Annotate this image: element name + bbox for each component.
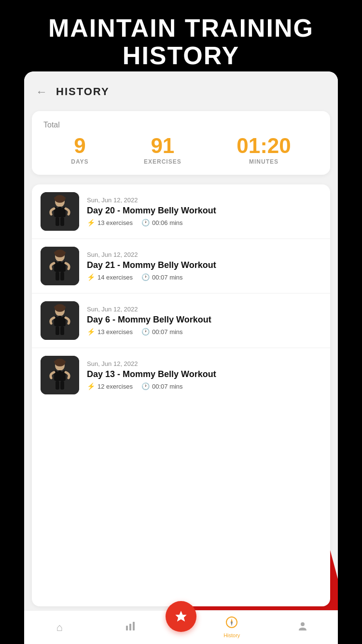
duration: 00:06 mins — [152, 219, 183, 226]
svg-rect-31 — [60, 381, 64, 390]
exercises-value: 91 — [144, 135, 181, 156]
svg-rect-33 — [129, 624, 131, 630]
svg-rect-11 — [54, 261, 66, 272]
stats-row: 9 DAYS 91 EXERCISES 01:20 MINUTES — [43, 135, 319, 165]
banner-line2: HISTORY — [123, 42, 239, 70]
workout-date: Sun, Jun 12, 2022 — [87, 306, 321, 313]
duration-meta: 🕐 00:06 mins — [141, 219, 183, 226]
exercises-unit: EXERCISES — [144, 158, 181, 165]
svg-line-5 — [61, 207, 63, 208]
stat-exercises: 91 EXERCISES — [144, 135, 181, 165]
clock-icon: 🕐 — [141, 219, 150, 226]
svg-rect-30 — [56, 381, 59, 390]
workout-meta: ⚡ 13 exercises 🕐 00:06 mins — [87, 219, 321, 226]
workout-info: Sun, Jun 12, 2022 Day 20 - Mommy Belly W… — [79, 196, 321, 226]
exercise-count: 12 exercises — [97, 383, 133, 390]
svg-point-10 — [55, 250, 65, 257]
nav-history[interactable]: History — [196, 616, 267, 638]
svg-line-13 — [61, 261, 63, 262]
clock-icon: 🕐 — [141, 328, 150, 336]
workout-thumbnail — [41, 301, 79, 340]
workout-name: Day 6 - Mommy Belly Workout — [87, 315, 321, 325]
duration: 00:07 mins — [152, 383, 183, 390]
svg-rect-14 — [56, 272, 59, 280]
exercise-count: 13 exercises — [97, 328, 133, 336]
nav-stats[interactable] — [95, 621, 166, 634]
workout-item[interactable]: Sun, Jun 12, 2022 Day 13 - Mommy Belly W… — [32, 348, 330, 402]
svg-marker-39 — [175, 611, 186, 621]
workout-info: Sun, Jun 12, 2022 Day 21 - Mommy Belly W… — [79, 251, 321, 281]
history-nav-label: History — [223, 632, 240, 638]
stat-days: 9 DAYS — [71, 135, 88, 165]
clock-icon: 🕐 — [141, 382, 150, 390]
svg-line-4 — [56, 207, 58, 208]
svg-rect-34 — [133, 622, 135, 630]
svg-line-21 — [61, 316, 63, 317]
svg-line-29 — [61, 370, 63, 371]
back-button[interactable]: ← — [36, 85, 47, 98]
nav-home[interactable]: ⌂ — [24, 621, 95, 634]
duration: 00:07 mins — [152, 328, 183, 336]
workout-meta: ⚡ 12 exercises 🕐 00:07 mins — [87, 382, 321, 390]
minutes-value: 01:20 — [237, 135, 291, 156]
lightning-icon: ⚡ — [87, 328, 95, 336]
days-unit: DAYS — [71, 158, 88, 165]
svg-rect-32 — [126, 626, 128, 630]
stats-label: Total — [43, 121, 319, 129]
banner-line1: MAINTAIN TRAINING — [48, 14, 314, 42]
svg-rect-3 — [54, 207, 66, 217]
workout-item[interactable]: Sun, Jun 12, 2022 Day 21 - Mommy Belly W… — [32, 239, 330, 294]
profile-icon — [297, 621, 308, 634]
svg-marker-37 — [231, 621, 233, 626]
svg-point-18 — [55, 304, 65, 312]
app-container: ← HISTORY Total 9 DAYS 91 EXERCISES 01:2… — [24, 71, 338, 644]
workout-thumbnail — [41, 356, 79, 394]
workout-thumbnail — [41, 192, 79, 231]
duration-meta: 🕐 00:07 mins — [141, 273, 183, 281]
lightning-icon: ⚡ — [87, 219, 95, 226]
workout-meta: ⚡ 14 exercises 🕐 00:07 mins — [87, 273, 321, 281]
duration: 00:07 mins — [152, 274, 183, 281]
svg-rect-15 — [60, 272, 64, 280]
duration-meta: 🕐 00:07 mins — [141, 328, 183, 336]
svg-line-12 — [56, 261, 58, 262]
fab-button[interactable] — [166, 601, 196, 632]
workout-date: Sun, Jun 12, 2022 — [87, 360, 321, 367]
lightning-icon: ⚡ — [87, 273, 95, 281]
workout-item[interactable]: Sun, Jun 12, 2022 Day 20 - Mommy Belly W… — [32, 184, 330, 239]
nav-profile[interactable] — [267, 621, 338, 634]
home-icon: ⌂ — [56, 621, 63, 634]
svg-line-28 — [56, 370, 58, 371]
workout-name: Day 21 - Mommy Belly Workout — [87, 260, 321, 270]
app-inner: ← HISTORY Total 9 DAYS 91 EXERCISES 01:2… — [24, 71, 338, 644]
stats-card: Total 9 DAYS 91 EXERCISES 01:20 MINUTES — [32, 111, 330, 175]
svg-point-38 — [301, 622, 305, 626]
workout-info: Sun, Jun 12, 2022 Day 13 - Mommy Belly W… — [79, 360, 321, 390]
svg-rect-27 — [54, 370, 66, 381]
exercises-meta: ⚡ 13 exercises — [87, 219, 133, 226]
page-title: HISTORY — [56, 85, 110, 98]
stats-icon — [125, 621, 136, 634]
workout-name: Day 13 - Mommy Belly Workout — [87, 369, 321, 379]
workout-date: Sun, Jun 12, 2022 — [87, 251, 321, 258]
svg-rect-6 — [56, 217, 59, 226]
workout-name: Day 20 - Mommy Belly Workout — [87, 206, 321, 216]
svg-rect-7 — [60, 217, 64, 226]
svg-rect-19 — [54, 316, 66, 326]
lightning-icon: ⚡ — [87, 382, 95, 390]
duration-meta: 🕐 00:07 mins — [141, 382, 183, 390]
svg-rect-22 — [56, 326, 59, 335]
clock-icon: 🕐 — [141, 273, 150, 281]
svg-rect-23 — [60, 326, 64, 335]
bottom-nav: ⌂ — [24, 610, 338, 644]
workout-item[interactable]: Sun, Jun 12, 2022 Day 6 - Mommy Belly Wo… — [32, 294, 330, 348]
svg-line-20 — [56, 316, 58, 317]
days-value: 9 — [71, 135, 88, 156]
minutes-unit: MINUTES — [237, 158, 291, 165]
stat-minutes: 01:20 MINUTES — [237, 135, 291, 165]
svg-point-2 — [55, 195, 65, 203]
compass-icon — [226, 616, 237, 631]
exercises-meta: ⚡ 13 exercises — [87, 328, 133, 336]
exercises-meta: ⚡ 12 exercises — [87, 382, 133, 390]
workout-thumbnail — [41, 247, 79, 285]
